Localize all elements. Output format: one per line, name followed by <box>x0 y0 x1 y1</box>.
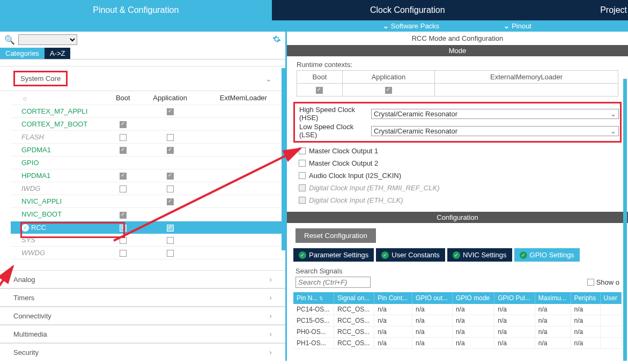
clock-settings-highlight: High Speed Clock (HSE) Crystal/Ceramic R… <box>293 102 622 143</box>
system-core-label: System Core <box>13 71 68 86</box>
gpio-column-header[interactable]: User <box>600 292 621 304</box>
gpio-column-header[interactable]: GPIO mode <box>452 292 494 304</box>
col-boot[interactable]: Boot <box>107 91 139 105</box>
gpio-row[interactable]: PH0-OS...RCC_OS...n/an/an/an/an/an/a <box>293 326 622 338</box>
peripheral-row[interactable]: RCC <box>11 221 285 234</box>
eth-rmii-checkbox <box>299 184 306 191</box>
peripheral-row[interactable]: CORTEX_M7_BOOT <box>11 118 285 131</box>
eth-clk-checkbox <box>299 197 306 204</box>
show-only-label: Show o <box>596 278 619 286</box>
col-application[interactable]: Application <box>139 91 202 105</box>
gpio-column-header[interactable]: Signal on... <box>334 292 374 304</box>
gpio-row[interactable]: PC14-OS...RCC_OS...n/an/an/an/an/an/a <box>293 304 622 315</box>
chevron-right-icon: › <box>269 348 272 356</box>
peripheral-row[interactable]: NVIC_APPLI <box>11 195 285 208</box>
rt-app-header: Application <box>342 71 434 84</box>
mco2-checkbox[interactable] <box>299 160 306 167</box>
peripheral-row[interactable]: HPDMA1 <box>11 169 285 182</box>
peripheral-checkbox[interactable] <box>167 108 174 115</box>
peripheral-checkbox[interactable] <box>167 225 174 232</box>
audio-checkbox[interactable] <box>299 172 306 179</box>
peripheral-checkbox[interactable] <box>120 250 127 257</box>
filter-categories[interactable]: Categories <box>0 48 45 59</box>
tab-project[interactable]: Project <box>543 0 628 20</box>
peripheral-checkbox[interactable] <box>120 134 127 141</box>
show-only-checkbox[interactable] <box>587 279 594 286</box>
subtab-software-packs[interactable]: Software Packs <box>351 22 471 30</box>
category-connectivity[interactable]: Connectivity› <box>0 307 285 325</box>
gpio-table: Pin N...Signal on...Pin Cont...GPIO out.… <box>293 292 622 349</box>
peripheral-checkbox[interactable] <box>120 185 127 192</box>
peripheral-row[interactable]: WWDG <box>11 247 285 259</box>
category-timers[interactable]: Timers› <box>0 288 285 307</box>
tab-parameter-settings[interactable]: Parameter Settings <box>293 248 374 262</box>
check-icon <box>520 251 527 259</box>
gpio-column-header[interactable]: GPIO out... <box>412 292 453 304</box>
search-icon: 🔍 <box>4 35 15 45</box>
tab-pinout-config[interactable]: Pinout & Configuration <box>0 0 272 20</box>
peripheral-checkbox[interactable] <box>120 121 127 128</box>
chevron-right-icon: › <box>269 311 272 320</box>
peripheral-checkbox[interactable] <box>167 237 174 244</box>
category-multimedia[interactable]: Multimedia› <box>0 325 285 343</box>
peripheral-checkbox[interactable] <box>167 147 174 154</box>
settings-icon[interactable] <box>272 35 281 45</box>
gpio-column-header[interactable]: Periphs <box>571 292 600 304</box>
peripheral-checkbox[interactable] <box>167 250 174 257</box>
peripheral-row[interactable]: CORTEX_M7_APPLI <box>11 105 285 118</box>
gpio-column-header[interactable]: Pin N... <box>293 292 334 304</box>
peripheral-checkbox[interactable] <box>120 173 127 180</box>
rcc-title: RCC Mode and Configuration <box>287 32 628 45</box>
check-icon <box>299 251 306 259</box>
gpio-row[interactable]: PC15-OS...RCC_OS...n/an/an/an/an/an/a <box>293 315 622 326</box>
hse-select[interactable]: Crystal/Ceramic Resonator <box>371 109 619 119</box>
tab-clock-config[interactable]: Clock Configuration <box>272 0 544 20</box>
peripheral-row[interactable]: GPIO <box>11 157 285 169</box>
tab-gpio-settings[interactable]: GPIO Settings <box>514 248 580 262</box>
tab-user-constants[interactable]: User Constants <box>376 248 445 262</box>
chevron-right-icon: › <box>269 275 272 284</box>
peripheral-row[interactable]: SYS <box>11 234 285 247</box>
gpio-row[interactable]: PH1-OS...RCC_OS...n/an/an/an/an/an/a <box>293 338 622 349</box>
col-extmemloader[interactable]: ExtMemLoader <box>202 91 285 105</box>
runtime-contexts-table: Boot Application ExternalMemoryLoader <box>297 70 618 96</box>
category-security[interactable]: Security› <box>0 343 285 361</box>
filter-az[interactable]: A->Z <box>45 48 71 59</box>
peripheral-checkbox[interactable] <box>120 212 127 219</box>
chevron-down-icon: ⌄ <box>265 75 272 83</box>
peripheral-checkbox[interactable] <box>120 237 127 244</box>
peripheral-checkbox[interactable] <box>120 147 127 154</box>
lse-select[interactable]: Crystal/Ceramic Resonator <box>371 126 619 136</box>
check-icon <box>381 251 389 259</box>
peripheral-checkbox[interactable] <box>167 173 174 180</box>
chevron-right-icon: › <box>269 330 272 338</box>
gpio-column-header[interactable]: Maximu... <box>535 292 571 304</box>
rt-boot-checkbox[interactable] <box>316 87 323 94</box>
search-signals-label: Search Signals <box>295 267 619 275</box>
category-analog[interactable]: Analog› <box>0 270 285 288</box>
peripheral-checkbox[interactable] <box>167 198 174 205</box>
scrollbar-left[interactable] <box>282 68 285 250</box>
search-signals-input[interactable] <box>295 277 371 288</box>
peripheral-checkbox[interactable] <box>120 225 127 232</box>
peripheral-row[interactable]: FLASH <box>11 131 285 144</box>
peripheral-row[interactable]: NVIC_BOOT <box>11 208 285 221</box>
peripheral-checkbox[interactable] <box>167 134 174 141</box>
rt-app-checkbox[interactable] <box>385 87 392 94</box>
scrollbar-config[interactable] <box>623 223 627 361</box>
gpio-column-header[interactable]: Pin Cont... <box>374 292 412 304</box>
search-select[interactable] <box>18 34 77 45</box>
sort-indicator-icon[interactable] <box>21 94 27 102</box>
gpio-column-header[interactable]: GPIO Pul... <box>494 292 535 304</box>
subtab-pinout[interactable]: Pinout <box>471 22 564 30</box>
tab-nvic-settings[interactable]: NVIC Settings <box>447 248 512 262</box>
reset-config-button[interactable]: Reset Configuration <box>295 228 376 243</box>
peripheral-row[interactable]: IWDG <box>11 182 285 195</box>
peripheral-checkbox[interactable] <box>167 185 174 192</box>
main-tabs: Pinout & Configuration Clock Configurati… <box>0 0 628 20</box>
runtime-contexts-label: Runtime contexts: <box>297 61 352 69</box>
peripheral-row[interactable]: GPDMA1 <box>11 144 285 157</box>
mco1-label: Master Clock Output 1 <box>309 147 378 155</box>
category-system-core[interactable]: System Core ⌄ <box>0 66 285 91</box>
mco1-checkbox[interactable] <box>299 147 306 154</box>
